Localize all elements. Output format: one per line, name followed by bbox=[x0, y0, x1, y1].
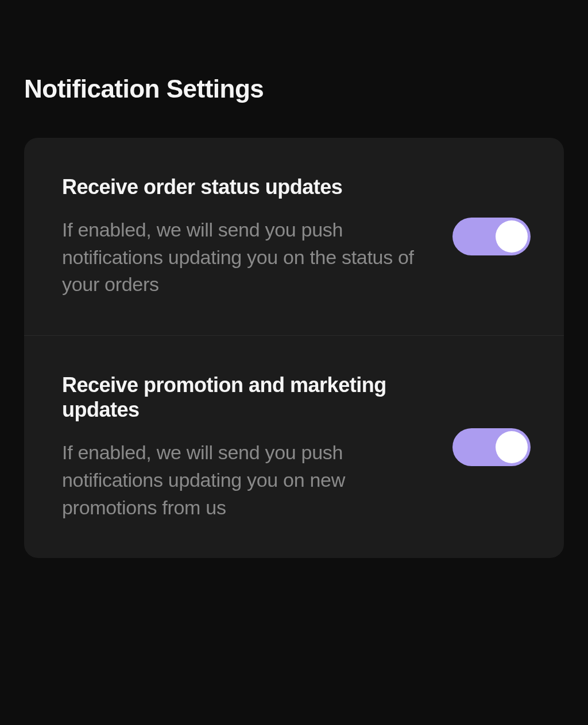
toggle-thumb bbox=[496, 220, 528, 253]
setting-text: Receive promotion and marketing updates … bbox=[62, 373, 441, 521]
toggle-thumb bbox=[496, 431, 528, 463]
setting-order-status: Receive order status updates If enabled,… bbox=[24, 138, 564, 335]
promotions-toggle[interactable] bbox=[452, 428, 531, 466]
setting-description: If enabled, we will send you push notifi… bbox=[62, 439, 441, 521]
settings-card: Receive order status updates If enabled,… bbox=[24, 138, 564, 558]
setting-promotions: Receive promotion and marketing updates … bbox=[24, 335, 564, 558]
settings-container: Notification Settings Receive order stat… bbox=[0, 0, 588, 558]
order-status-toggle[interactable] bbox=[452, 218, 531, 255]
page-title: Notification Settings bbox=[24, 75, 564, 103]
setting-title: Receive promotion and marketing updates bbox=[62, 373, 441, 422]
setting-title: Receive order status updates bbox=[62, 175, 441, 199]
setting-text: Receive order status updates If enabled,… bbox=[62, 175, 441, 298]
setting-description: If enabled, we will send you push notifi… bbox=[62, 216, 441, 298]
